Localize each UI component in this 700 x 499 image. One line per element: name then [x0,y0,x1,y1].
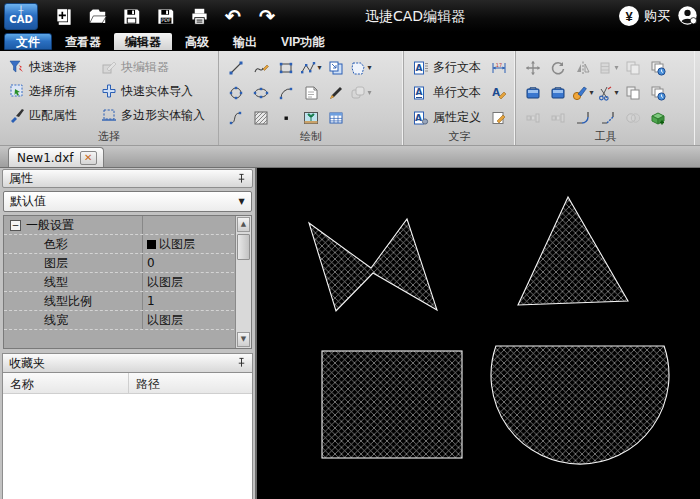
copy-icon[interactable] [622,57,644,78]
circle-icon[interactable] [225,82,247,103]
spline-icon[interactable] [225,107,247,128]
drawing-canvas[interactable] [257,168,700,499]
scrollbar-thumb[interactable] [237,234,250,260]
erase-icon[interactable]: ▾ [572,82,594,103]
property-row-linetype-scale[interactable]: 线型比例 1 [4,292,234,311]
match-properties-button[interactable]: 匹配属性 [6,105,98,125]
region-icon[interactable]: ▾ [350,82,372,103]
gradient-pen-icon[interactable] [325,82,347,103]
menu-tab-advanced[interactable]: 高级 [174,33,220,50]
sketch-icon[interactable] [250,57,272,78]
buy-button[interactable]: ¥ 购买 [619,6,670,26]
add-to-block-icon[interactable] [647,107,669,128]
app-logo[interactable]: ┼ CAD [4,3,38,30]
copy-with-basepoint-2-icon[interactable] [647,82,669,103]
wipeout-icon[interactable]: ▾ [350,57,372,78]
scroll-down-icon[interactable]: ▼ [237,332,250,347]
overlap-circles-icon[interactable] [622,107,644,128]
quick-entity-import-button[interactable]: 快速实体导入 [98,81,214,101]
undo-button[interactable]: ↶ [219,3,247,29]
edit-text-icon[interactable] [488,80,510,105]
chevron-down-icon: ▾ [317,63,321,72]
pin-button[interactable] [234,356,248,370]
polyline-icon[interactable]: ▾ [300,57,322,78]
paste-icon[interactable] [522,82,544,103]
document-tab-bar: New1.dxf ✕ [0,146,700,168]
image-icon[interactable] [300,107,322,128]
shape-triangle [518,197,628,305]
group-label-select: 选择 [0,129,218,144]
titlebar: ┼ CAD ↶ ↷ 迅捷CAD编辑器 ¥ 购买 [0,0,700,32]
property-preset-value: 默认值 [10,193,46,210]
dimension-icon[interactable] [488,55,510,80]
favorites-panel-header: 收藏夹 [3,354,252,373]
quick-select-icon [9,59,25,75]
move-icon[interactable] [522,57,544,78]
save-button[interactable] [117,3,145,29]
column-header-path[interactable]: 路径 [129,373,160,393]
hatch-icon[interactable] [250,107,272,128]
rotate-icon[interactable] [547,57,569,78]
collapse-icon[interactable]: − [10,220,21,231]
explode-icon[interactable]: ▾ [597,57,619,78]
chevron-down-icon: ▾ [367,88,371,97]
property-row-color[interactable]: 色彩 以图层 [4,235,234,254]
chevron-down-icon: ▾ [614,63,618,72]
scroll-up-icon[interactable]: ▲ [237,217,250,232]
quick-select-button[interactable]: 快速选择 [6,57,98,77]
user-account-button[interactable] [676,5,698,27]
select-all-icon [9,83,25,99]
revision-note-icon[interactable] [300,82,322,103]
singleline-text-button[interactable]: 单行文本 [410,80,484,105]
array-2-icon[interactable] [547,107,569,128]
ribbon-group-tools: ▾ ▾ ▾ 工具 [515,51,695,145]
array-1-icon[interactable] [522,107,544,128]
new-file-button[interactable] [49,3,77,29]
favorites-list[interactable] [3,394,252,499]
document-tab[interactable]: New1.dxf ✕ [8,147,104,167]
block-editor-button[interactable]: 块编辑器 [98,57,214,77]
redo-button[interactable]: ↷ [253,3,281,29]
menu-tab-vip[interactable]: VIP功能 [270,33,335,50]
arc-icon[interactable] [275,82,297,103]
menu-tab-viewer[interactable]: 查看器 [54,33,112,50]
chamfer-icon[interactable] [597,107,619,128]
menu-tab-file[interactable]: 文件 [4,33,52,50]
select-all-button[interactable]: 选择所有 [6,81,98,101]
pin-button[interactable] [234,172,248,186]
copy-2-icon[interactable] [622,82,644,103]
column-header-name[interactable]: 名称 [3,373,129,393]
multiline-text-button[interactable]: 多行文本 [410,55,484,80]
property-preset-dropdown[interactable]: 默认值 ▼ [3,191,252,212]
fillet-icon[interactable] [572,107,594,128]
table-icon[interactable] [325,107,347,128]
polygon-entity-input-button[interactable]: 多边形实体输入 [98,105,214,125]
property-row-layer[interactable]: 图层 0 [4,254,234,273]
properties-scrollbar[interactable]: ▲ ▼ [235,216,251,348]
open-file-button[interactable] [83,3,111,29]
attribute-define-button[interactable]: 属性定义 [410,105,484,130]
menu-tab-editor[interactable]: 编辑器 [114,33,172,50]
ellipse-icon[interactable] [250,82,272,103]
ribbon-group-text: 多行文本 单行文本 属性定义 文字 [403,51,515,145]
print-button[interactable] [185,3,213,29]
close-tab-icon[interactable]: ✕ [80,151,97,165]
chevron-down-icon: ▾ [367,63,371,72]
trim-icon[interactable]: ▾ [597,82,619,103]
line-icon[interactable] [225,57,247,78]
paste-as-block-icon[interactable] [547,82,569,103]
document-tab-label: New1.dxf [17,151,74,165]
property-group-row[interactable]: −一般设置 [4,216,234,235]
save-as-pdf-button[interactable] [151,3,179,29]
cad-drawing [257,168,698,499]
property-row-linetype[interactable]: 线型 以图层 [4,273,234,292]
mirror-icon[interactable] [572,57,594,78]
insert-block-icon[interactable] [325,57,347,78]
app-logo-label: CAD [9,15,32,25]
rectangle-icon[interactable] [275,57,297,78]
copy-with-basepoint-icon[interactable] [647,57,669,78]
menu-tab-output[interactable]: 输出 [222,33,268,50]
edit-annotation-icon[interactable] [488,105,510,130]
property-row-lineweight[interactable]: 线宽 以图层 [4,311,234,330]
point-icon[interactable] [275,107,297,128]
